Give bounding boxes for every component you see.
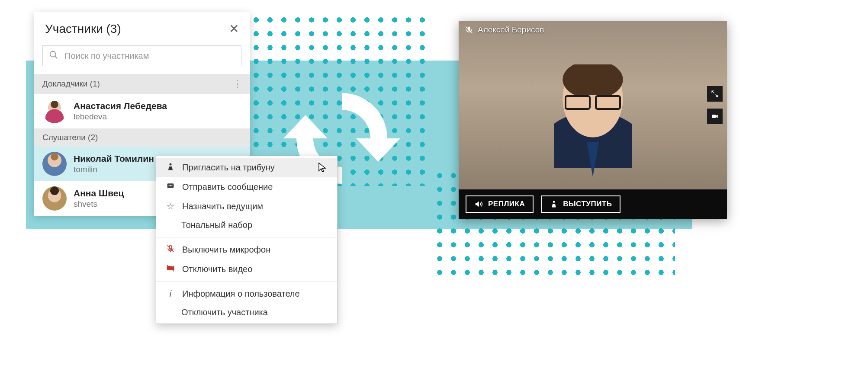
participant-login: tomilin bbox=[74, 165, 154, 174]
participant-context-menu: Пригласить на трибуну Отправить сообщени… bbox=[156, 156, 338, 324]
participant-name: Анна Швец bbox=[74, 188, 124, 199]
button-label: РЕПЛИКА bbox=[488, 200, 525, 208]
menu-user-info[interactable]: i Информация о пользователе bbox=[156, 285, 337, 303]
cursor-icon bbox=[318, 162, 327, 173]
info-icon: i bbox=[166, 289, 175, 299]
svg-point-5 bbox=[170, 185, 171, 186]
video-feed: Алексей Борисов bbox=[459, 21, 727, 189]
participants-header: Участники (3) ✕ bbox=[34, 12, 250, 40]
podium-icon bbox=[550, 200, 558, 208]
close-icon[interactable]: ✕ bbox=[229, 22, 239, 36]
video-side-controls bbox=[707, 86, 723, 124]
star-icon: ☆ bbox=[166, 201, 175, 211]
collapse-button[interactable] bbox=[707, 86, 723, 102]
menu-label: Информация о пользователе bbox=[182, 289, 300, 299]
menu-label: Отключить видео bbox=[182, 264, 252, 274]
participant-login: lebedeva bbox=[74, 112, 167, 122]
message-icon bbox=[166, 182, 175, 192]
video-action-bar: РЕПЛИКА ВЫСТУПИТЬ bbox=[459, 189, 727, 219]
camera-off-icon bbox=[166, 264, 175, 275]
speakers-section-label: Докладчики (1) bbox=[42, 79, 100, 89]
video-panel: Алексей Борисов РЕПЛИКА ВЫСТУПИТЬ bbox=[459, 21, 727, 219]
video-participant-name: Алексей Борисов bbox=[478, 25, 544, 35]
menu-invite-podium[interactable]: Пригласить на трибуну bbox=[156, 158, 337, 177]
speakers-section-header: Докладчики (1) ⋮ bbox=[34, 74, 250, 94]
svg-point-0 bbox=[50, 51, 56, 57]
svg-point-4 bbox=[169, 185, 170, 186]
svg-point-15 bbox=[553, 201, 555, 203]
menu-label: Отправить сообщение bbox=[182, 182, 273, 192]
menu-send-message[interactable]: Отправить сообщение bbox=[156, 177, 337, 197]
participants-search[interactable] bbox=[42, 45, 241, 66]
avatar bbox=[42, 186, 67, 211]
avatar bbox=[42, 152, 67, 176]
menu-dtmf[interactable]: Тональный набор bbox=[156, 216, 337, 234]
menu-label: Пригласить на трибуну bbox=[182, 163, 275, 173]
menu-disable-video[interactable]: Отключить видео bbox=[156, 259, 337, 279]
button-label: ВЫСТУПИТЬ bbox=[563, 200, 612, 208]
listeners-section-label: Слушатели (2) bbox=[42, 133, 98, 142]
sound-icon bbox=[474, 201, 483, 208]
search-input[interactable] bbox=[64, 51, 235, 61]
listeners-section-header: Слушатели (2) bbox=[34, 128, 250, 147]
microphone-muted-icon bbox=[465, 26, 473, 34]
video-person-tie bbox=[587, 142, 599, 177]
participant-name: Николай Томилин bbox=[74, 154, 154, 164]
menu-mute-microphone[interactable]: Выключить микрофон bbox=[156, 240, 337, 259]
svg-point-2 bbox=[170, 163, 172, 166]
search-icon bbox=[49, 50, 58, 61]
video-participant-label: Алексей Борисов bbox=[465, 25, 544, 35]
reply-button[interactable]: РЕПЛИКА bbox=[466, 195, 534, 213]
menu-label: Выключить микрофон bbox=[182, 245, 270, 255]
video-person-glasses bbox=[565, 95, 621, 107]
menu-label: Тональный набор bbox=[181, 220, 252, 230]
svg-rect-14 bbox=[712, 115, 716, 118]
menu-label: Отключить участника bbox=[181, 307, 268, 317]
more-icon[interactable]: ⋮ bbox=[233, 78, 241, 90]
podium-icon bbox=[166, 162, 175, 173]
participant-name: Анастасия Лебедева bbox=[74, 101, 167, 111]
svg-line-1 bbox=[55, 56, 58, 59]
avatar bbox=[42, 99, 67, 123]
camera-toggle-button[interactable] bbox=[707, 109, 723, 124]
speak-button[interactable]: ВЫСТУПИТЬ bbox=[541, 195, 620, 213]
camera-icon bbox=[711, 112, 719, 120]
participant-row[interactable]: Анастасия Лебедева lebedeva bbox=[34, 94, 250, 128]
menu-label: Назначить ведущим bbox=[182, 202, 263, 211]
collapse-icon bbox=[711, 90, 719, 98]
microphone-off-icon bbox=[166, 244, 175, 255]
participants-title: Участники (3) bbox=[45, 22, 121, 36]
menu-separator bbox=[156, 282, 337, 282]
menu-make-moderator[interactable]: ☆ Назначить ведущим bbox=[156, 197, 337, 216]
participant-login: shvets bbox=[74, 199, 124, 209]
menu-separator bbox=[156, 237, 337, 237]
svg-point-6 bbox=[171, 185, 172, 186]
menu-disconnect-user[interactable]: Отключить участника bbox=[156, 303, 337, 322]
